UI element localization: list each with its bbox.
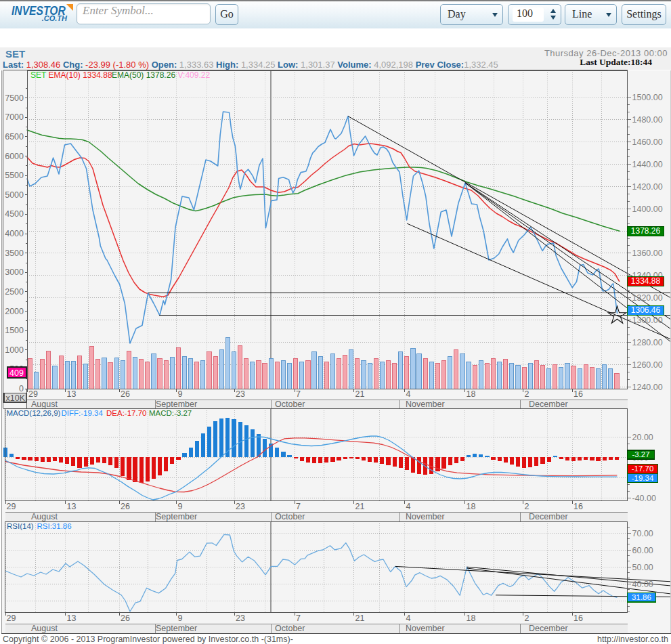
svg-text:18: 18 xyxy=(467,502,476,511)
svg-text:1320.00: 1320.00 xyxy=(632,293,663,303)
svg-text:MACD(12,26,9): MACD(12,26,9) xyxy=(7,409,61,417)
svg-text:31.86: 31.86 xyxy=(632,593,651,601)
svg-text:1306.46: 1306.46 xyxy=(631,305,661,315)
svg-text:7: 7 xyxy=(296,502,301,511)
svg-text:40.00: 40.00 xyxy=(632,580,653,589)
svg-text:December: December xyxy=(529,512,568,521)
svg-text:26: 26 xyxy=(121,389,130,399)
svg-text:1420.00: 1420.00 xyxy=(632,182,663,192)
svg-text:1240.00: 1240.00 xyxy=(632,383,663,392)
svg-text:October: October xyxy=(275,400,305,409)
svg-text:DIFF:-19.34: DIFF:-19.34 xyxy=(62,409,104,417)
svg-text:November: November xyxy=(406,512,445,521)
svg-text:9: 9 xyxy=(178,389,183,399)
svg-text:13: 13 xyxy=(67,502,77,511)
svg-text:August: August xyxy=(31,624,58,633)
svg-text:23: 23 xyxy=(236,389,245,399)
svg-text:x10K: x10K xyxy=(6,393,26,403)
svg-text:4: 4 xyxy=(406,614,411,623)
svg-text:1460.00: 1460.00 xyxy=(632,137,663,147)
svg-text:16: 16 xyxy=(573,614,583,623)
svg-text:1000: 1000 xyxy=(5,345,24,355)
svg-text:7500: 7500 xyxy=(5,93,24,103)
svg-text:16: 16 xyxy=(573,389,583,399)
svg-text:November: November xyxy=(406,400,445,409)
svg-text:21: 21 xyxy=(355,389,365,399)
svg-text:7000: 7000 xyxy=(5,112,24,122)
svg-text:DEA:-17.70: DEA:-17.70 xyxy=(106,409,146,417)
svg-text:1500: 1500 xyxy=(5,326,24,335)
svg-text:-40.00: -40.00 xyxy=(632,494,656,503)
svg-text:October: October xyxy=(275,512,305,521)
svg-text:50.00: 50.00 xyxy=(632,563,653,572)
svg-text:August: August xyxy=(31,512,58,521)
svg-text:2500: 2500 xyxy=(5,287,24,297)
svg-text:4: 4 xyxy=(406,389,411,399)
svg-text:MACD:-3.27: MACD:-3.27 xyxy=(149,409,192,417)
svg-text:1480.00: 1480.00 xyxy=(632,115,663,125)
svg-text:60.00: 60.00 xyxy=(632,546,653,555)
svg-text:-3.27: -3.27 xyxy=(632,450,649,458)
svg-text:21: 21 xyxy=(355,502,365,511)
svg-text:18: 18 xyxy=(467,614,476,623)
svg-text:SET: SET xyxy=(30,70,47,80)
svg-text:18: 18 xyxy=(467,389,476,399)
svg-text:1280.00: 1280.00 xyxy=(632,338,663,347)
svg-text:1300.00: 1300.00 xyxy=(632,316,663,325)
svg-text:4500: 4500 xyxy=(5,209,24,219)
svg-text:13: 13 xyxy=(67,614,77,623)
svg-text:2: 2 xyxy=(525,389,529,399)
svg-text:9: 9 xyxy=(178,502,183,511)
svg-text:29: 29 xyxy=(7,502,16,511)
svg-text:EMA(10) 1334.88: EMA(10) 1334.88 xyxy=(49,70,112,80)
svg-text:409: 409 xyxy=(9,368,24,378)
svg-text:23: 23 xyxy=(236,502,245,511)
svg-text:9: 9 xyxy=(178,614,183,623)
svg-text:V:409.22: V:409.22 xyxy=(178,70,211,80)
svg-text:2: 2 xyxy=(525,614,529,623)
svg-text:1400.00: 1400.00 xyxy=(632,205,663,214)
svg-text:September: September xyxy=(156,512,197,521)
svg-text:7: 7 xyxy=(296,614,301,623)
svg-text:3000: 3000 xyxy=(5,267,24,277)
svg-text:70.00: 70.00 xyxy=(632,529,653,538)
svg-text:29: 29 xyxy=(28,389,38,399)
svg-text:6500: 6500 xyxy=(5,132,24,142)
svg-text:October: October xyxy=(275,624,305,633)
svg-text:2: 2 xyxy=(525,502,529,511)
svg-text:EMA(50) 1378.26: EMA(50) 1378.26 xyxy=(112,70,175,80)
svg-text:6000: 6000 xyxy=(5,152,24,161)
svg-text:29: 29 xyxy=(7,614,16,623)
svg-text:1360.00: 1360.00 xyxy=(632,249,663,258)
svg-text:13: 13 xyxy=(67,389,77,399)
svg-text:2000: 2000 xyxy=(5,307,24,316)
svg-text:RSI(14): RSI(14) xyxy=(7,522,34,530)
svg-text:5500: 5500 xyxy=(5,171,24,180)
svg-text:November: November xyxy=(406,624,445,633)
svg-text:-19.34: -19.34 xyxy=(632,474,654,482)
svg-text:December: December xyxy=(529,624,568,633)
svg-text:0: 0 xyxy=(19,384,24,393)
svg-text:5000: 5000 xyxy=(5,190,24,200)
svg-text:August: August xyxy=(31,400,58,409)
svg-text:1440.00: 1440.00 xyxy=(632,160,663,169)
svg-text:26: 26 xyxy=(121,614,130,623)
svg-text:September: September xyxy=(156,400,197,409)
svg-text:20.00: 20.00 xyxy=(632,433,653,442)
svg-text:21: 21 xyxy=(355,614,365,623)
svg-text:3500: 3500 xyxy=(5,249,24,258)
svg-text:16: 16 xyxy=(573,502,583,511)
svg-text:RSI:31.86: RSI:31.86 xyxy=(37,522,72,530)
svg-text:4000: 4000 xyxy=(5,229,24,238)
svg-text:1260.00: 1260.00 xyxy=(632,360,663,370)
svg-text:1378.26: 1378.26 xyxy=(631,226,661,236)
svg-text:-17.70: -17.70 xyxy=(632,465,654,473)
svg-text:4: 4 xyxy=(406,502,411,511)
svg-text:26: 26 xyxy=(121,502,130,511)
svg-text:23: 23 xyxy=(236,614,245,623)
svg-text:September: September xyxy=(156,624,197,633)
svg-text:December: December xyxy=(529,400,568,409)
svg-text:1334.88: 1334.88 xyxy=(631,276,661,286)
svg-text:7: 7 xyxy=(296,389,301,399)
svg-text:1500.00: 1500.00 xyxy=(632,93,663,102)
